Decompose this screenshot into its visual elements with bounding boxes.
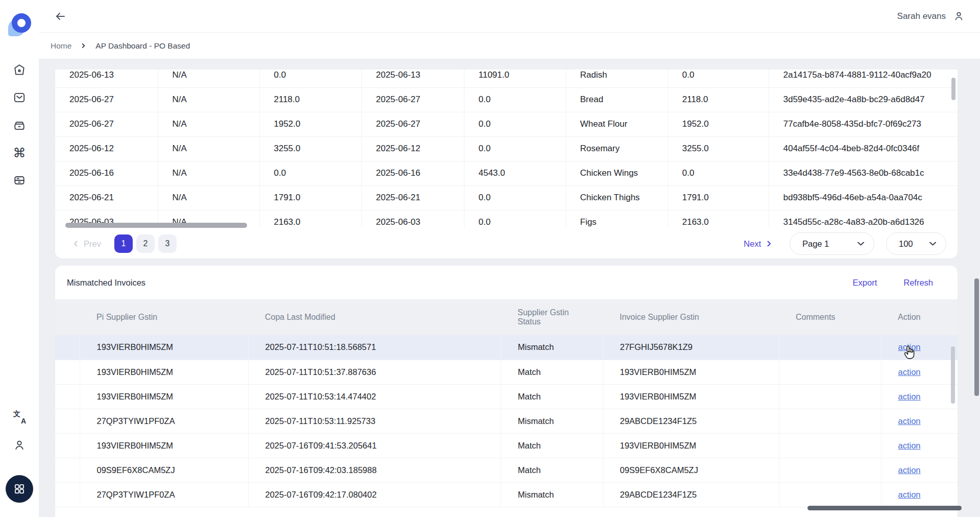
- action-link[interactable]: action: [898, 367, 921, 377]
- po-cell-product: Radish: [566, 69, 668, 87]
- po-cell-amount3: 1791.0: [668, 185, 769, 210]
- cell-invoice-gstin: 193VIERB0HIM5ZM: [603, 433, 779, 458]
- cell-modified: 2025-07-11T10:51:18.568571: [248, 335, 501, 360]
- table-row[interactable]: 2025-06-27 N/A 1952.0 2025-06-27 0.0 Whe…: [55, 112, 958, 136]
- cell-status: Match: [501, 433, 603, 458]
- table-row[interactable]: 27QP3TYIW1PF0ZA 2025-07-16T09:42:17.0804…: [55, 482, 958, 507]
- section-title: Mismatched Invoices: [67, 278, 145, 288]
- card-icon[interactable]: [13, 174, 26, 187]
- po-cell-date2: 2025-06-16: [361, 161, 464, 185]
- user-avatar-icon: [953, 10, 965, 22]
- po-table-header-sliver: [55, 64, 958, 69]
- cell-invoice-gstin: 193VIERB0HIM5ZM: [603, 384, 779, 409]
- po-cell-uuid: 404af55f-4c04-4beb-82d4-0fc0346f: [769, 136, 958, 161]
- po-cell-date1: 2025-06-16: [55, 161, 158, 185]
- table-row[interactable]: 2025-06-12 N/A 3255.0 2025-06-12 0.0 Ros…: [55, 136, 958, 161]
- sidebar: ⌘ 文A: [0, 0, 39, 517]
- po-cell-date1: 2025-06-27: [55, 112, 158, 136]
- page-horizontal-scrollbar-thumb[interactable]: [807, 506, 962, 510]
- po-cell-amount1: 1791.0: [259, 185, 361, 210]
- action-link[interactable]: action: [898, 392, 921, 401]
- page-number-button[interactable]: 3: [158, 234, 177, 253]
- cell-gstin: 193VIERB0HIM5ZM: [80, 384, 248, 409]
- export-button[interactable]: Export: [853, 278, 877, 288]
- page-number-button[interactable]: 1: [114, 234, 133, 253]
- cell-comments: [779, 384, 881, 409]
- mail-icon[interactable]: [13, 91, 26, 104]
- user-menu[interactable]: Sarah evans: [897, 10, 965, 22]
- po-cell-amount3: 2118.0: [668, 87, 769, 112]
- col-header-action: Action: [881, 299, 958, 335]
- next-page-button[interactable]: Next: [744, 239, 772, 249]
- action-link[interactable]: action: [898, 490, 921, 499]
- table-row[interactable]: 2025-06-27 N/A 2118.0 2025-06-27 0.0 Bre…: [55, 87, 958, 112]
- cell-action: action: [881, 458, 958, 482]
- mismatched-invoices-card: Mismatched Invoices Export Refresh Pi Su…: [55, 266, 958, 517]
- po-cell-amount3: 0.0: [668, 161, 769, 185]
- vertical-scrollbar-thumb[interactable]: [951, 78, 955, 100]
- po-cell-product: Bread: [566, 87, 668, 112]
- cell-gstin: 09S9EF6X8CAM5ZJ: [80, 458, 248, 482]
- apps-grid-icon[interactable]: [6, 475, 33, 503]
- cell-modified: 2025-07-16T09:42:03.185988: [248, 458, 501, 482]
- home-icon[interactable]: [13, 63, 26, 77]
- table-row[interactable]: 193VIERB0HIM5ZM 2025-07-16T09:41:53.2056…: [55, 433, 958, 458]
- invoices-table: Pi Supplier Gstin Copa Last Modified Sup…: [55, 299, 958, 507]
- horizontal-scrollbar-thumb[interactable]: [65, 223, 247, 228]
- translate-icon[interactable]: 文A: [13, 411, 26, 424]
- action-link[interactable]: action: [898, 441, 921, 450]
- table-row[interactable]: 09S9EF6X8CAM5ZJ 2025-07-16T09:42:03.1859…: [55, 458, 958, 482]
- po-cell-date1: 2025-06-13: [55, 69, 158, 87]
- table-row[interactable]: 2025-06-13 N/A 0.0 2025-06-13 11091.0 Ra…: [55, 69, 958, 87]
- page-number-button[interactable]: 2: [136, 234, 155, 253]
- cell-gstin: 27QP3TYIW1PF0ZA: [80, 482, 248, 507]
- cell-modified: 2025-07-16T09:41:53.205641: [248, 433, 501, 458]
- po-cell-uuid: 33e4d438-77e9-4563-8e0b-68cab1c: [769, 161, 958, 185]
- archive-icon[interactable]: [13, 119, 26, 132]
- table-row[interactable]: 2025-06-16 N/A 0.0 2025-06-16 4543.0 Chi…: [55, 161, 958, 185]
- cell-gstin: 193VIERB0HIM5ZM: [80, 360, 248, 384]
- po-cell-date1: 2025-06-12: [55, 136, 158, 161]
- page-select-dropdown[interactable]: Page 1: [790, 232, 874, 255]
- cell-gstin: 193VIERB0HIM5ZM: [80, 433, 248, 458]
- cell-invoice-gstin: 09S9EF6X8CAM5ZJ: [603, 458, 779, 482]
- action-link[interactable]: action: [898, 416, 921, 426]
- page-vertical-scrollbar-thumb[interactable]: [974, 278, 979, 396]
- table-row[interactable]: 193VIERB0HIM5ZM 2025-07-11T10:51:18.5685…: [55, 335, 958, 360]
- table-row[interactable]: 193VIERB0HIM5ZM 2025-07-11T10:51:37.8876…: [55, 360, 958, 384]
- action-link[interactable]: action: [898, 342, 921, 351]
- action-link[interactable]: action: [898, 465, 921, 475]
- command-icon[interactable]: ⌘: [13, 146, 26, 159]
- table-row[interactable]: 2025-06-21 N/A 1791.0 2025-06-21 0.0 Chi…: [55, 185, 958, 210]
- spacer-cell: [55, 433, 80, 458]
- po-cell-amount2: 0.0: [464, 210, 566, 229]
- page-size-dropdown[interactable]: 100: [886, 232, 946, 255]
- back-arrow-icon[interactable]: [53, 9, 67, 24]
- po-table-viewport: 2025-06-13 N/A 0.0 2025-06-13 11091.0 Ra…: [55, 69, 958, 229]
- col-header-comments: Comments: [779, 299, 881, 335]
- po-cell-product: Chicken Wings: [566, 161, 668, 185]
- user-name: Sarah evans: [897, 11, 946, 21]
- prev-page-button[interactable]: Prev: [72, 239, 101, 249]
- table-row[interactable]: 27QP3TYIW1PF0ZA 2025-07-11T10:53:11.9257…: [55, 409, 958, 433]
- user-icon[interactable]: [13, 438, 26, 452]
- refresh-button[interactable]: Refresh: [903, 278, 933, 288]
- table-row[interactable]: 193VIERB0HIM5ZM 2025-07-11T10:53:14.4744…: [55, 384, 958, 409]
- topbar: Sarah evans: [39, 0, 980, 33]
- po-cell-amount1: 2118.0: [259, 87, 361, 112]
- cell-modified: 2025-07-11T10:53:11.925733: [248, 409, 501, 433]
- cell-comments: [779, 360, 881, 384]
- po-cell-amount2: 0.0: [464, 112, 566, 136]
- breadcrumb-home-link[interactable]: Home: [51, 41, 71, 51]
- po-cell-amount1: 1952.0: [259, 112, 361, 136]
- po-cell-amount3: 2163.0: [668, 210, 769, 229]
- cell-invoice-gstin: 29ABCDE1234F1Z5: [603, 409, 779, 433]
- po-cell-amount2: 0.0: [464, 136, 566, 161]
- col-header-modified: Copa Last Modified: [248, 299, 501, 335]
- po-cell-amount3: 1952.0: [668, 112, 769, 136]
- app-logo-icon[interactable]: [8, 13, 31, 37]
- po-cell-date2: 2025-06-12: [361, 136, 464, 161]
- spacer-cell: [55, 384, 80, 409]
- vertical-scrollbar-thumb[interactable]: [951, 346, 955, 404]
- po-cell-uuid: 3d59e435-ad2e-4a8b-bc29-a6d8d47: [769, 87, 958, 112]
